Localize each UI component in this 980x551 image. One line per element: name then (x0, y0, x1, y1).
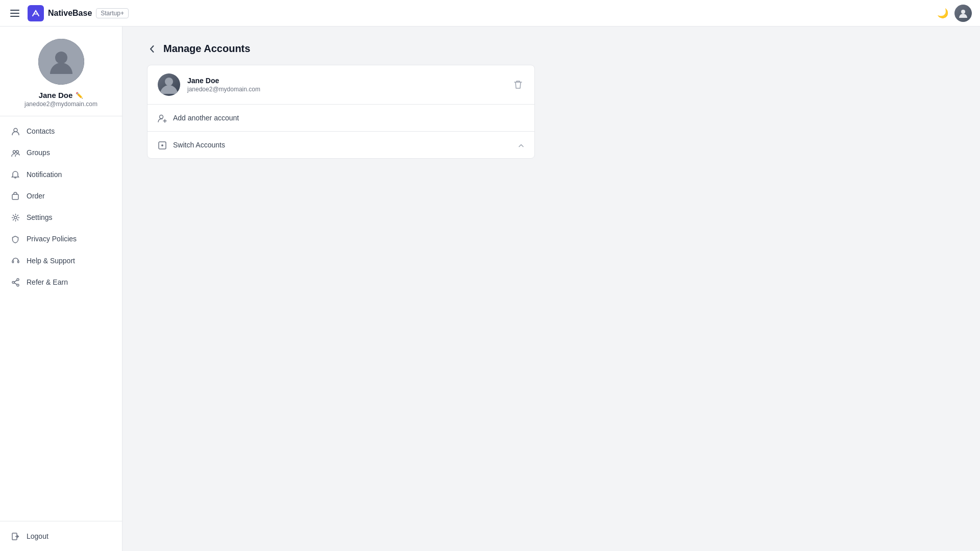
brand-logo (28, 5, 44, 21)
switch-accounts-label: Switch Accounts (173, 141, 512, 149)
svg-point-4 (55, 52, 67, 64)
sidebar-item-groups[interactable]: Groups (0, 142, 122, 163)
svg-point-6 (13, 151, 15, 153)
profile-avatar-inner (38, 39, 84, 85)
user-avatar-button[interactable] (954, 5, 972, 22)
sidebar-item-settings[interactable]: Settings (0, 207, 122, 228)
layout: Jane Doe ✏️ janedoe2@mydomain.com Contac… (0, 27, 980, 551)
svg-rect-1 (10, 13, 19, 14)
avatar (954, 5, 972, 22)
brand-name: NativeBase (48, 9, 92, 18)
sidebar-item-refer-earn-label: Refer & Earn (27, 278, 68, 286)
hamburger-button[interactable] (8, 6, 21, 20)
svg-point-9 (14, 216, 17, 219)
svg-rect-0 (10, 10, 19, 11)
sidebar-item-privacy-policies[interactable]: Privacy Policies (0, 228, 122, 249)
account-info: Jane Doe janedoe2@mydomain.com (187, 77, 512, 93)
group-icon (10, 148, 20, 157)
person-icon (10, 127, 20, 136)
svg-rect-8 (12, 194, 18, 199)
svg-rect-2 (10, 16, 19, 17)
main-content: Manage Accounts Jane Doe janedoe2@mydoma… (122, 27, 980, 551)
profile-email: janedoe2@mydomain.com (24, 101, 97, 108)
sidebar-item-logout-label: Logout (27, 532, 48, 540)
topnav-right: 🌙 (937, 5, 972, 22)
add-account-item[interactable]: Add another account (148, 105, 534, 132)
page-header: Manage Accounts (147, 43, 955, 55)
svg-rect-10 (12, 261, 14, 263)
topnav: NativeBase Startup+ 🌙 (0, 0, 980, 27)
nav-items: Contacts Groups (0, 116, 122, 521)
profile-name: Jane Doe (39, 91, 73, 99)
profile-name-row: Jane Doe ✏️ (39, 91, 84, 99)
account-avatar-inner (158, 73, 180, 96)
svg-point-3 (961, 10, 965, 14)
add-account-icon (158, 113, 167, 123)
switch-accounts-item[interactable]: Switch Accounts (148, 132, 534, 158)
sidebar-item-notification[interactable]: Notification (0, 164, 122, 185)
bag-icon (10, 191, 20, 201)
startup-badge: Startup+ (96, 8, 129, 18)
delete-account-button[interactable] (512, 78, 524, 92)
account-email: janedoe2@mydomain.com (187, 86, 512, 93)
shield-icon (10, 234, 20, 243)
account-item: Jane Doe janedoe2@mydomain.com (148, 65, 534, 105)
svg-point-16 (165, 78, 173, 86)
sidebar-item-privacy-policies-label: Privacy Policies (27, 235, 77, 243)
topnav-left: NativeBase Startup+ (8, 5, 129, 21)
page-title: Manage Accounts (163, 43, 250, 55)
add-account-label: Add another account (173, 114, 524, 122)
sidebar-item-contacts[interactable]: Contacts (0, 120, 122, 142)
headset-icon (10, 256, 20, 265)
sidebar-item-notification-label: Notification (27, 170, 62, 179)
sidebar-item-help-support[interactable]: Help & Support (0, 250, 122, 271)
account-avatar (158, 73, 180, 96)
sidebar-item-help-support-label: Help & Support (27, 257, 75, 265)
logout-icon (10, 532, 20, 541)
svg-point-17 (160, 115, 163, 118)
svg-rect-11 (17, 261, 19, 263)
sidebar-item-order[interactable]: Order (0, 185, 122, 207)
sidebar-item-settings-label: Settings (27, 213, 53, 221)
svg-point-19 (161, 144, 163, 146)
switch-accounts-icon (158, 140, 167, 150)
bell-icon (10, 170, 20, 179)
profile-avatar (38, 39, 84, 85)
theme-toggle-icon[interactable]: 🌙 (937, 8, 948, 19)
sidebar-item-order-label: Order (27, 192, 45, 200)
edit-icon[interactable]: ✏️ (76, 92, 83, 99)
sidebar-item-contacts-label: Contacts (27, 127, 55, 135)
sidebar-bottom: Logout (0, 521, 122, 551)
sidebar-item-groups-label: Groups (27, 148, 50, 157)
chevron-up-icon (518, 141, 524, 148)
account-name: Jane Doe (187, 77, 512, 85)
profile-section: Jane Doe ✏️ janedoe2@mydomain.com (0, 27, 122, 116)
sidebar: Jane Doe ✏️ janedoe2@mydomain.com Contac… (0, 27, 122, 551)
share-icon (10, 278, 20, 287)
sidebar-item-refer-earn[interactable]: Refer & Earn (0, 271, 122, 293)
sidebar-item-logout[interactable]: Logout (0, 525, 122, 547)
gear-icon (10, 213, 20, 222)
accounts-card: Jane Doe janedoe2@mydomain.com (147, 65, 535, 159)
svg-point-7 (16, 151, 18, 153)
back-button[interactable] (147, 44, 157, 54)
brand: NativeBase Startup+ (28, 5, 129, 21)
